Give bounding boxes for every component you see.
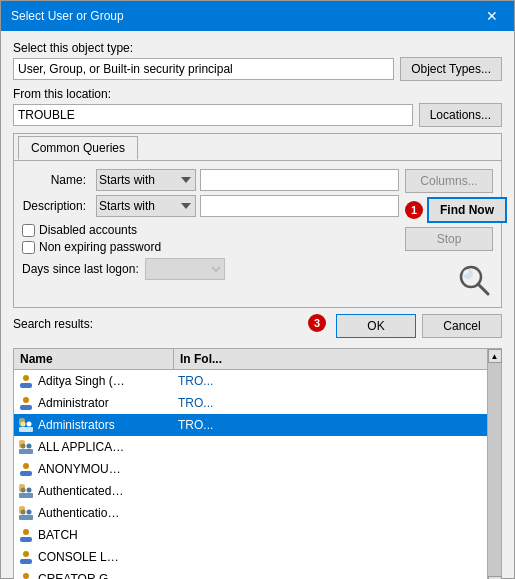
tab-common-queries[interactable]: Common Queries: [18, 136, 138, 160]
result-infol: [174, 511, 487, 515]
table-row[interactable]: AdministratorsTRO...: [14, 414, 487, 436]
days-row: Days since last logon:: [22, 258, 399, 280]
table-row[interactable]: CREATOR G…: [14, 568, 487, 579]
scroll-up-button[interactable]: ▲: [488, 349, 502, 363]
badge-1: 1: [405, 201, 423, 219]
result-name: Aditya Singh (…: [14, 371, 174, 391]
result-name: Authenticated…: [14, 481, 174, 501]
location-label: From this location:: [13, 87, 502, 101]
result-name: CREATOR G…: [14, 569, 174, 579]
svg-point-24: [27, 510, 32, 515]
desc-label: Description:: [22, 199, 92, 213]
location-input[interactable]: [13, 104, 413, 126]
svg-rect-8: [19, 427, 33, 432]
svg-rect-21: [19, 484, 25, 492]
name-starts-with-select[interactable]: Starts with: [96, 169, 196, 191]
tab-content: Name: Starts with Description: Starts wi…: [14, 160, 501, 307]
table-row[interactable]: ALL APPLICA…: [14, 436, 487, 458]
locations-button[interactable]: Locations...: [419, 103, 502, 127]
svg-point-30: [23, 573, 29, 579]
table-row[interactable]: CONSOLE L…: [14, 546, 487, 568]
result-name: CONSOLE L…: [14, 547, 174, 567]
stop-button[interactable]: Stop: [405, 227, 493, 251]
scroll-track: [488, 363, 501, 576]
badge-3: 3: [308, 314, 326, 332]
result-infol: [174, 533, 487, 537]
svg-rect-29: [20, 559, 32, 564]
col-header-infol: In Fol...: [174, 349, 487, 369]
columns-button[interactable]: Columns...: [405, 169, 493, 193]
result-name: Authenticatio…: [14, 503, 174, 523]
result-infol: [174, 489, 487, 493]
tab-header: Common Queries: [14, 134, 501, 160]
result-name: Administrator: [14, 393, 174, 413]
non-expiring-row: Non expiring password: [22, 240, 399, 254]
result-infol: [174, 445, 487, 449]
table-row[interactable]: BATCH: [14, 524, 487, 546]
select-user-group-dialog: Select User or Group ✕ Select this objec…: [0, 0, 515, 579]
svg-rect-15: [19, 440, 25, 448]
cancel-button[interactable]: Cancel: [422, 314, 502, 338]
desc-starts-with-select[interactable]: Starts with: [96, 195, 196, 217]
svg-rect-17: [20, 471, 32, 476]
results-table-header: Name In Fol...: [14, 349, 487, 370]
svg-rect-22: [19, 515, 33, 520]
svg-rect-5: [20, 383, 32, 388]
magnify-icon: [455, 261, 493, 299]
svg-point-10: [27, 422, 32, 427]
svg-line-1: [478, 284, 488, 294]
svg-rect-7: [20, 405, 32, 410]
object-type-input[interactable]: [13, 58, 394, 80]
scrollbar[interactable]: ▲ ▼: [487, 349, 501, 579]
result-name: ANONYMOU…: [14, 459, 174, 479]
desc-input[interactable]: [200, 195, 399, 217]
table-row[interactable]: ANONYMOU…: [14, 458, 487, 480]
table-row[interactable]: Authenticatio…: [14, 502, 487, 524]
svg-point-16: [23, 463, 29, 469]
svg-point-28: [23, 551, 29, 557]
col-header-name: Name: [14, 349, 174, 369]
ok-button[interactable]: OK: [336, 314, 416, 338]
days-select[interactable]: [145, 258, 225, 280]
svg-point-26: [23, 529, 29, 535]
svg-point-6: [23, 397, 29, 403]
result-infol: TRO...: [174, 416, 487, 434]
tab-container: Common Queries Name: Starts with: [13, 133, 502, 308]
results-table: Name In Fol... Aditya Singh (…TRO... Adm…: [13, 348, 502, 579]
result-name: BATCH: [14, 525, 174, 545]
disabled-accounts-label: Disabled accounts: [39, 223, 137, 237]
svg-rect-18: [19, 493, 33, 498]
result-infol: [174, 555, 487, 559]
name-label: Name:: [22, 173, 92, 187]
title-bar: Select User or Group ✕: [1, 1, 514, 31]
svg-point-20: [27, 488, 32, 493]
close-button[interactable]: ✕: [480, 7, 504, 25]
result-name: ALL APPLICA…: [14, 437, 174, 457]
results-section: Search results: 3 OK Cancel Name In Fol.…: [13, 314, 502, 579]
search-results-label: Search results:: [13, 317, 93, 331]
table-row[interactable]: Authenticated…: [14, 480, 487, 502]
result-name: Administrators: [14, 415, 174, 435]
search-icon-area: [405, 255, 493, 299]
svg-rect-12: [19, 449, 33, 454]
table-row[interactable]: AdministratorTRO...: [14, 392, 487, 414]
non-expiring-label: Non expiring password: [39, 240, 161, 254]
svg-point-14: [27, 444, 32, 449]
disabled-accounts-checkbox[interactable]: [22, 224, 35, 237]
result-infol: [174, 467, 487, 471]
disabled-accounts-row: Disabled accounts: [22, 223, 399, 237]
object-types-button[interactable]: Object Types...: [400, 57, 502, 81]
dialog-title: Select User or Group: [11, 9, 124, 23]
location-section: From this location: Locations...: [13, 87, 502, 127]
find-now-button[interactable]: Find Now: [427, 197, 507, 223]
object-type-section: Select this object type: Object Types...: [13, 41, 502, 81]
table-row[interactable]: Aditya Singh (…TRO...: [14, 370, 487, 392]
svg-rect-25: [19, 506, 25, 514]
non-expiring-checkbox[interactable]: [22, 241, 35, 254]
name-input[interactable]: [200, 169, 399, 191]
days-label: Days since last logon:: [22, 262, 139, 276]
result-infol: TRO...: [174, 372, 487, 390]
svg-rect-27: [20, 537, 32, 542]
results-table-body[interactable]: Aditya Singh (…TRO... AdministratorTRO..…: [14, 370, 487, 579]
result-infol: TRO...: [174, 394, 487, 412]
